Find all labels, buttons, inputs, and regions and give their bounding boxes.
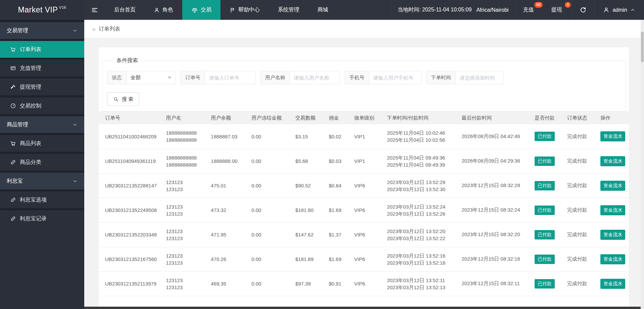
sidebar-item-label: 提现管理	[20, 84, 41, 91]
paid-badge: 已付款	[535, 206, 555, 215]
order-no-cell: UB2303121352288147	[99, 173, 166, 198]
caret-down-icon	[167, 77, 171, 79]
column-header: 最后付款时间	[461, 112, 535, 124]
sidebar-item[interactable]: 提现管理	[0, 79, 84, 95]
quick-item[interactable]: 充值86	[515, 0, 544, 20]
filter-label: 状态	[107, 71, 127, 84]
user-cell-line2: 18888888888	[166, 161, 211, 168]
filter-input[interactable]	[456, 71, 503, 84]
nav-item[interactable]: 帮助中心	[220, 0, 269, 20]
sidebar-group-title[interactable]: 商品管理	[0, 116, 84, 133]
action-cell: 资金流水	[600, 149, 629, 173]
order-time-cell-line1: 2025年11月04日 09:49:36	[387, 154, 462, 161]
user-cell-line1: 123123	[166, 277, 211, 284]
user-cell-line2: 123123	[166, 186, 211, 193]
fund-flow-button[interactable]: 资金流水	[600, 181, 625, 191]
action-cell: 资金流水	[600, 124, 629, 149]
balance-cell: 1888887.03	[211, 124, 251, 149]
paid-cell: 已付款	[535, 198, 567, 222]
sidebar-item-label: 利息宝记录	[20, 215, 47, 222]
sidebar-group-title[interactable]: 利息宝	[0, 173, 84, 189]
sidebar-item[interactable]: 商品分类	[0, 154, 84, 171]
last-pay-time-cell: 2023年12月15日 08:32:28	[461, 173, 535, 198]
sidebar-group-title[interactable]: 交易管理	[0, 22, 84, 39]
sidebar-item[interactable]: 利息宝选项	[0, 191, 84, 208]
order-time-cell-line1: 2023年03月12日 13:52:20	[387, 228, 462, 235]
order-time-cell-line2: 2025年11月04日 10:02:56	[387, 136, 462, 143]
order-time-cell-line2: 2025年11月04日 09:49:39	[387, 161, 462, 168]
sidebar-item[interactable]: 交易控制	[0, 97, 84, 114]
vertical-scrollbar-thumb[interactable]	[641, 32, 644, 62]
fund-flow-button[interactable]: 资金流水	[600, 205, 625, 215]
amount-cell: $90.52	[295, 173, 329, 198]
user-icon	[603, 7, 609, 13]
vertical-scrollbar[interactable]	[641, 20, 644, 309]
fund-flow-button[interactable]: 资金流水	[600, 131, 625, 141]
nav-item[interactable]: 系统管理	[269, 0, 308, 20]
table-row: UB2303121352249508123123123123473.320.00…	[99, 198, 629, 222]
filter-label: 下单时间	[427, 71, 456, 84]
fund-flow-button[interactable]: 资金流水	[600, 254, 625, 264]
level-cell: VIP6	[354, 222, 387, 247]
local-time: 当地时间: 2025-11-04 10:05:09	[398, 6, 472, 13]
fund-flow-button[interactable]: 资金流水	[600, 156, 625, 166]
brand-logo: Market VIP V16	[0, 0, 84, 20]
commission-cell: $0.91	[329, 271, 354, 296]
user-menu[interactable]: admin	[594, 0, 644, 20]
column-header: 交易数额	[295, 112, 329, 124]
filter-label: 手机号	[345, 71, 369, 84]
filter-input[interactable]	[205, 71, 255, 84]
search-button[interactable]: 搜 索	[107, 92, 139, 106]
frozen-cell: 0.00	[251, 271, 295, 296]
status-cell: 完成付款	[567, 247, 601, 271]
quick-item[interactable]: 提现0	[544, 0, 572, 20]
sidebar-item[interactable]: 订单列表	[0, 41, 84, 58]
commission-cell: $0.84	[329, 173, 354, 198]
nav-item[interactable]: 角色	[145, 0, 182, 20]
commission-cell: $1.69	[329, 247, 354, 271]
paid-cell: 已付款	[535, 124, 567, 149]
sidebar-item-label: 商品分类	[20, 159, 41, 166]
column-header: 用户名	[166, 112, 211, 124]
order-time-cell-line1: 2023年03月12日 13:52:24	[387, 203, 462, 210]
user-cell: 123123123123	[166, 222, 211, 247]
horizontal-scrollbar[interactable]	[84, 307, 641, 309]
last-pay-time-cell: 2023年12月15日 08:32:16	[461, 247, 535, 271]
commission-cell: $1.37	[329, 222, 354, 247]
sidebar-item[interactable]: 利息宝记录	[0, 210, 84, 227]
filter-group: 下单时间	[426, 71, 504, 84]
nav-item-label: 交易	[201, 6, 211, 13]
content-card: 条件搜索 状态全部订单号用户名称手机号下单时间 搜 索 订单号用户名用户余额用户…	[99, 47, 629, 309]
gavel-icon	[10, 84, 16, 90]
status-select[interactable]: 全部	[127, 71, 176, 84]
refresh-button[interactable]	[572, 0, 594, 20]
nav-item[interactable]: 后台首页	[105, 0, 145, 20]
column-header: 做单级别	[354, 112, 387, 124]
sidebar-item[interactable]: 商品列表	[0, 135, 84, 152]
cart-icon	[10, 140, 16, 146]
fund-flow-button[interactable]: 资金流水	[600, 230, 625, 240]
order-time-cell: 2025年11月04日 10:02:462025年11月04日 10:02:56	[387, 124, 462, 149]
balance-cell: 475.01	[211, 173, 251, 198]
nav-item[interactable]: 交易	[182, 0, 220, 20]
sidebar-toggle-button[interactable]	[84, 0, 105, 20]
cart-icon	[10, 46, 16, 52]
level-cell: VIP6	[354, 173, 387, 198]
user-cell-line1: 123123	[166, 252, 211, 259]
user-cell: 123123123123	[166, 247, 211, 271]
nav-item-label: 系统管理	[278, 6, 299, 13]
local-time-box: 当地时间: 2025-11-04 10:05:09 Africa/Nairobi	[391, 0, 515, 20]
paid-badge: 已付款	[535, 230, 555, 239]
frozen-cell: 0.00	[251, 149, 295, 173]
paid-cell: 已付款	[535, 149, 567, 173]
paid-cell: 已付款	[535, 271, 567, 296]
table-row: UB2303121352167560123123123123470.260.00…	[99, 247, 629, 271]
filter-input[interactable]	[369, 71, 421, 84]
page-title: 订单列表	[99, 26, 120, 33]
chevron-up-icon	[630, 7, 635, 12]
nav-item[interactable]: 商城	[308, 0, 337, 20]
fund-flow-button[interactable]: 资金流水	[600, 279, 625, 289]
sidebar-item[interactable]: 充值管理	[0, 60, 84, 77]
sidebar-item-label: 交易控制	[20, 102, 41, 109]
filter-input[interactable]	[290, 71, 340, 84]
